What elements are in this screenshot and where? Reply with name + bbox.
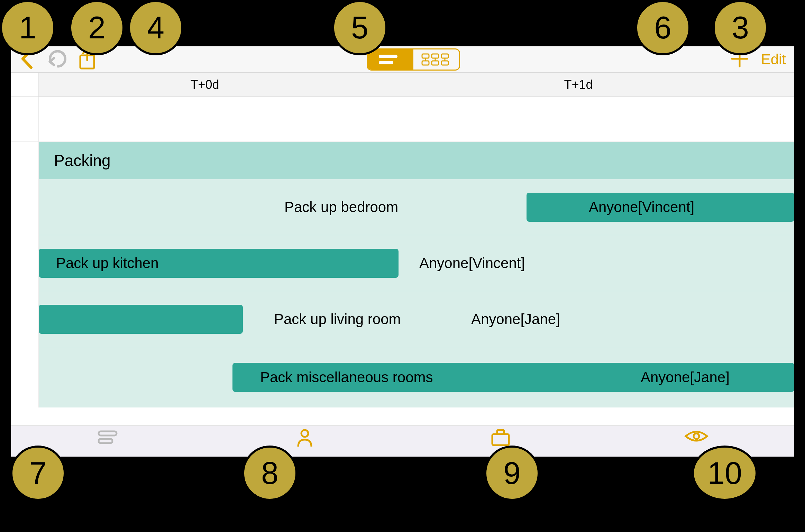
callout-5: 5: [332, 0, 387, 55]
task-row[interactable]: Pack up kitchen Anyone[Vincent]: [11, 235, 794, 291]
svg-rect-3: [379, 61, 393, 64]
eye-icon: [684, 429, 708, 444]
app-window: Edit T+0d T+1d Packing: [11, 46, 794, 457]
callout-8: 8: [242, 446, 298, 501]
undo-button[interactable]: [44, 49, 68, 70]
timeline-col-label: T+1d: [564, 77, 593, 92]
tab-view[interactable]: [598, 426, 794, 457]
callout-9: 9: [484, 446, 540, 501]
svg-rect-15: [99, 431, 117, 435]
svg-rect-16: [99, 439, 112, 443]
svg-point-17: [301, 430, 308, 437]
view-mode-switch[interactable]: [367, 48, 460, 71]
task-assignee: Anyone[Jane]: [641, 369, 730, 386]
callout-4: 4: [128, 0, 183, 55]
callout-6: 6: [635, 0, 690, 55]
task-bar-living-room[interactable]: [39, 305, 243, 334]
view-mode-grid[interactable]: [413, 49, 459, 70]
svg-rect-12: [441, 61, 448, 65]
callout-3: 3: [713, 0, 768, 55]
task-name: Pack up kitchen: [56, 255, 159, 272]
task-assignee: Anyone[Jane]: [471, 311, 560, 328]
callout-10: 10: [692, 446, 758, 501]
list-icon: [97, 429, 121, 446]
task-row[interactable]: Pack up living room Anyone[Jane]: [11, 291, 794, 347]
briefcase-icon: [490, 429, 511, 447]
task-name: Pack miscellaneous rooms: [260, 369, 433, 386]
task-row[interactable]: Pack miscellaneous rooms Anyone[Jane]: [11, 347, 794, 407]
timeline-gutter: [11, 73, 39, 97]
task-assignee: Anyone[Vincent]: [589, 199, 694, 215]
svg-rect-11: [432, 61, 439, 65]
timeline-header: T+0d T+1d: [11, 73, 794, 97]
callout-7: 7: [10, 446, 66, 501]
svg-rect-10: [422, 61, 429, 65]
group-row[interactable]: Packing: [11, 142, 794, 179]
callout-1: 1: [0, 0, 55, 55]
spacer-row: [11, 97, 794, 142]
view-mode-list[interactable]: [368, 49, 413, 70]
callout-2: 2: [69, 0, 125, 55]
svg-rect-5: [432, 54, 439, 58]
edit-button[interactable]: Edit: [761, 51, 786, 68]
svg-rect-2: [379, 55, 397, 58]
group-title: Packing: [54, 151, 111, 170]
gantt-content[interactable]: Packing Pack up bedroom Anyone[Vincent] …: [11, 97, 794, 425]
task-name: Pack up living room: [274, 311, 401, 328]
person-icon: [296, 429, 313, 448]
svg-rect-6: [441, 54, 448, 58]
bottom-toolbar: [11, 425, 794, 457]
svg-point-19: [694, 433, 699, 439]
task-assignee: Anyone[Vincent]: [419, 255, 525, 272]
tab-people[interactable]: [207, 426, 403, 457]
svg-rect-18: [492, 434, 509, 445]
timeline-col-label: T+0d: [190, 77, 219, 92]
task-row[interactable]: Pack up bedroom Anyone[Vincent]: [11, 179, 794, 235]
group-bar-packing[interactable]: Packing: [39, 142, 794, 179]
task-name: Pack up bedroom: [284, 199, 398, 215]
svg-rect-4: [422, 54, 429, 58]
